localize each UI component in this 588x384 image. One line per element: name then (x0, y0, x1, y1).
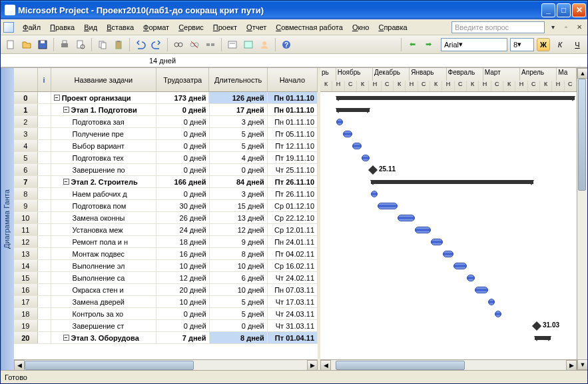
start-cell[interactable]: Пн 01.11.10 (268, 92, 318, 103)
row-number[interactable]: 20 (14, 332, 38, 343)
start-cell[interactable]: Пт 12.11.10 (268, 140, 318, 151)
outline-toggle-icon[interactable]: − (63, 179, 69, 185)
start-cell[interactable]: Пт 05.11.10 (268, 128, 318, 139)
nav-back-button[interactable]: ⬅ (405, 37, 420, 52)
vscroll[interactable]: ▲ ▼ (577, 68, 587, 370)
task-name-cell[interactable]: Замена дверей (51, 296, 157, 307)
table-row[interactable]: 15Выполнение са12 дней6 днейЧт 24.02.11 (14, 272, 318, 284)
table-row[interactable]: 12Ремонт пола и н18 дней9 днейПн 24.01.1… (14, 236, 318, 248)
col-start[interactable]: Начало (268, 68, 318, 91)
start-cell[interactable]: Ср 12.01.11 (268, 224, 318, 235)
work-cell[interactable]: 173 дней (156, 92, 209, 103)
task-bar[interactable] (343, 131, 352, 137)
row-number[interactable]: 12 (14, 236, 38, 247)
task-bar[interactable] (378, 203, 398, 209)
month-header[interactable]: Декабрь (373, 68, 410, 81)
start-cell[interactable]: Ср 01.12.10 (268, 200, 318, 211)
task-name-cell[interactable]: Контроль за хо (51, 308, 157, 319)
task-name-cell[interactable]: Завершение ст (51, 320, 157, 331)
work-cell[interactable]: 20 дней (156, 284, 209, 295)
view-bar[interactable]: Диаграмма Ганта (1, 68, 14, 370)
month-header[interactable]: Ноябрь (336, 68, 373, 81)
table-row[interactable]: 11Установка меж24 дней12 днейСр 12.01.11 (14, 224, 318, 236)
row-number[interactable]: 8 (14, 188, 38, 199)
work-cell[interactable]: 0 дней (156, 188, 209, 199)
month-header[interactable]: Февраль (447, 68, 483, 81)
font-size-select[interactable]: 8 ▾ (510, 38, 534, 51)
entry-value[interactable]: 14 дней (144, 55, 181, 66)
table-row[interactable]: 16Окраска стен и20 дней10 днейПн 07.03.1… (14, 284, 318, 296)
start-cell[interactable]: Чт 24.02.11 (268, 272, 318, 283)
duration-cell[interactable]: 0 дней (210, 320, 268, 331)
work-cell[interactable]: 24 дней (156, 224, 209, 235)
duration-cell[interactable]: 5 дней (210, 128, 268, 139)
row-number[interactable]: 18 (14, 308, 38, 319)
table-row[interactable]: 3Получение пре0 дней5 днейПт 05.11.10 (14, 128, 318, 140)
menu-окно[interactable]: Окно (348, 21, 374, 33)
month-header[interactable]: Ма (557, 68, 577, 81)
menu-правка[interactable]: Правка (45, 21, 79, 33)
start-cell[interactable]: Пн 01.11.10 (268, 116, 318, 127)
work-cell[interactable]: 12 дней (156, 272, 209, 283)
task-name-cell[interactable]: Окраска стен и (51, 284, 157, 295)
menu-справка[interactable]: Справка (374, 21, 412, 33)
duration-cell[interactable]: 5 дней (210, 296, 268, 307)
milestone-icon[interactable] (532, 321, 541, 331)
start-cell[interactable]: Чт 24.03.11 (268, 308, 318, 319)
gantt-row[interactable] (320, 212, 577, 224)
task-name-cell[interactable]: Подготовка зая (51, 116, 157, 127)
split-task-button[interactable] (203, 37, 218, 52)
start-cell[interactable]: Пт 04.02.11 (268, 248, 318, 259)
work-cell[interactable]: 0 дней (156, 164, 209, 175)
duration-cell[interactable]: 9 дней (210, 236, 268, 247)
row-number[interactable]: 3 (14, 128, 38, 139)
task-bar[interactable] (443, 251, 453, 257)
underline-button[interactable]: Ч (570, 37, 585, 52)
gantt-row[interactable] (320, 200, 577, 212)
task-name-cell[interactable]: −Этап 3. Оборудова (51, 332, 157, 343)
task-bar[interactable] (362, 155, 370, 161)
month-header[interactable]: Январь (410, 68, 446, 81)
work-cell[interactable]: 0 дней (156, 320, 209, 331)
duration-cell[interactable]: 126 дней (209, 92, 267, 103)
table-row[interactable]: 1−Этап 1. Подготови0 дней17 днейПн 01.11… (14, 104, 318, 116)
row-number[interactable]: 17 (14, 296, 38, 307)
table-hscroll[interactable]: ◀ ▶ (14, 359, 318, 370)
work-cell[interactable]: 16 дней (156, 248, 209, 259)
mdi-close-button[interactable]: ✕ (574, 22, 585, 33)
work-cell[interactable]: 7 дней (156, 332, 209, 343)
task-name-cell[interactable]: Наем рабочих д (51, 188, 157, 199)
task-name-cell[interactable]: −Проект организаци (51, 92, 157, 103)
table-row[interactable]: 19Завершение ст0 дней0 днейЧт 31.03.11 (14, 320, 318, 332)
undo-button[interactable] (133, 37, 148, 52)
row-number[interactable]: 14 (14, 260, 38, 271)
task-name-cell[interactable]: Монтаж подвес (51, 248, 157, 259)
work-cell[interactable]: 10 дней (156, 296, 209, 307)
start-cell[interactable]: Чт 31.03.11 (268, 320, 318, 331)
maximize-button[interactable]: □ (557, 3, 571, 17)
table-row[interactable]: 2Подготовка зая0 дней3 днейПн 01.11.10 (14, 116, 318, 128)
open-button[interactable] (19, 37, 34, 52)
duration-cell[interactable]: 17 дней (210, 104, 268, 115)
table-row[interactable]: 10Замена оконны26 дней13 днейСр 22.12.10 (14, 212, 318, 224)
nav-forward-button[interactable]: ➡ (421, 37, 436, 52)
scroll-right-icon[interactable]: ▶ (307, 360, 318, 370)
task-bar[interactable] (371, 191, 378, 197)
gantt-row[interactable] (320, 236, 577, 248)
gantt-row[interactable] (320, 296, 577, 308)
gantt-row[interactable] (320, 140, 577, 152)
gantt-row[interactable] (320, 92, 577, 104)
work-cell[interactable]: 0 дней (156, 308, 209, 319)
start-cell[interactable]: Пн 24.01.11 (268, 236, 318, 247)
task-bar[interactable] (415, 227, 431, 233)
table-row[interactable]: 20−Этап 3. Оборудова7 дней8 днейПт 01.04… (14, 332, 318, 344)
summary-bar[interactable] (535, 336, 551, 340)
work-cell[interactable]: 0 дней (156, 128, 209, 139)
duration-cell[interactable]: 6 дней (210, 272, 268, 283)
table-row[interactable]: 17Замена дверей10 дней5 днейЧт 17.03.11 (14, 296, 318, 308)
duration-cell[interactable]: 84 дней (210, 176, 268, 187)
gantt-row[interactable] (320, 116, 577, 128)
task-name-cell[interactable]: −Этап 1. Подготови (51, 104, 157, 115)
menu-совместная работа[interactable]: Совместная работа (271, 21, 348, 33)
task-name-cell[interactable]: Подготовка пом (51, 200, 157, 211)
